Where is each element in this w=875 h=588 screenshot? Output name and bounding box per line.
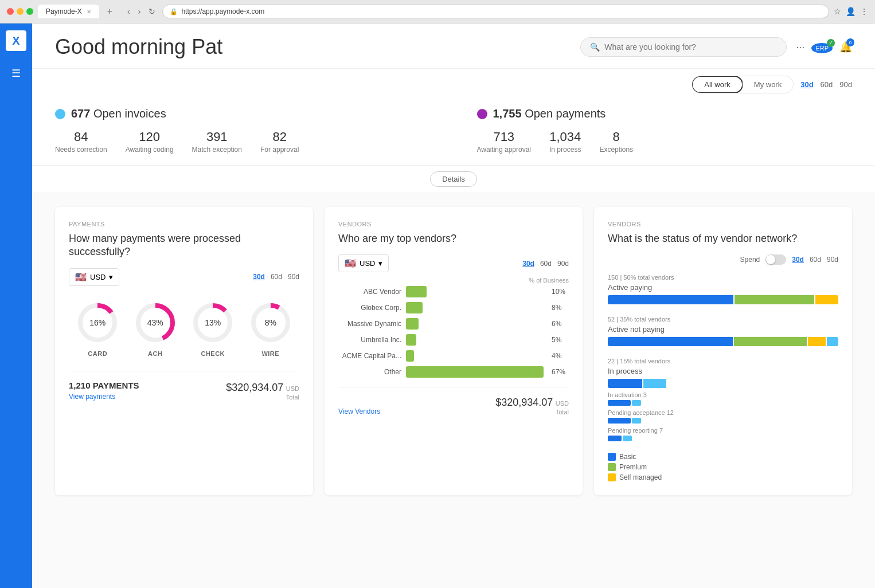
vendor-bar-acme — [406, 350, 544, 362]
time-filter-90d[interactable]: 90d — [839, 80, 852, 89]
forward-button[interactable]: › — [136, 6, 143, 17]
sidebar-logo[interactable]: X — [6, 30, 26, 51]
vendor-network-card: Vendors What is the status of my vendor … — [594, 207, 852, 495]
details-button[interactable]: Details — [430, 171, 477, 187]
in-process-bar-lightblue — [643, 379, 666, 388]
stat-awaiting-approval: 713 Awaiting approval — [477, 130, 532, 154]
payments-stats-header: 1,755 Open payments — [477, 107, 853, 120]
in-process-num: 1,034 — [549, 130, 581, 144]
sub-item-acceptance: Pending acceptance 12 — [608, 409, 838, 416]
vendor-name-massive: Massive Dynamic — [338, 320, 401, 328]
donut-wire-chart: 8% — [248, 300, 294, 346]
vendor-pct-abc: 10% — [552, 288, 569, 296]
menu-button[interactable]: ⋮ — [860, 7, 868, 16]
vendor-bars: % of Business ABC Vendor 10% Globex Corp… — [338, 277, 569, 378]
network-card-title: What is the status of my vendor network? — [608, 232, 838, 245]
more-options-button[interactable]: ··· — [796, 41, 804, 53]
currency-selector[interactable]: 🇺🇸 USD ▾ — [69, 268, 119, 286]
minimize-dot[interactable] — [17, 8, 24, 15]
stat-in-process: 1,034 In process — [549, 130, 581, 154]
close-dot[interactable] — [7, 8, 14, 15]
main-content: Good morning Pat 🔍 ··· ERP ✓ 🔔 0 — [32, 23, 875, 588]
network-filter-60d[interactable]: 60d — [810, 256, 821, 264]
reporting-bar-lblue — [623, 436, 632, 441]
payments-filter-60d[interactable]: 60d — [271, 273, 282, 281]
search-input[interactable] — [604, 42, 777, 52]
vendor-row-umbrella: Umbrella Inc. 5% — [338, 334, 569, 346]
match-exception-label: Match exception — [192, 146, 242, 154]
payments-filter-30d[interactable]: 30d — [253, 273, 265, 281]
reload-button[interactable]: ↻ — [146, 6, 158, 17]
all-work-button[interactable]: All work — [692, 76, 743, 93]
time-filter-30d[interactable]: 30d — [800, 80, 813, 89]
network-filter-30d[interactable]: 30d — [792, 256, 804, 264]
vendor-row-other: Other 67% — [338, 366, 569, 378]
legend-self-color — [608, 473, 616, 481]
tab-close-icon[interactable]: ✕ — [87, 9, 91, 15]
donut-charts: 16% CARD 43% ACH — [69, 300, 299, 357]
bar-header: % of Business — [338, 277, 569, 284]
vendors-filter-90d[interactable]: 90d — [557, 260, 569, 268]
for-approval-num: 82 — [260, 130, 299, 144]
currency-label: USD — [90, 273, 106, 281]
back-button[interactable]: ‹ — [125, 6, 132, 17]
sub-item-activation: In activation 3 — [608, 391, 838, 398]
vendor-bar-fill-umbrella — [406, 334, 416, 346]
sub-item-bar-activation — [608, 400, 838, 406]
greeting-text: Good morning Pat — [55, 35, 222, 59]
network-filter-90d[interactable]: 90d — [827, 256, 838, 264]
vendor-pct-acme: 4% — [552, 352, 569, 360]
invoices-stats-section: 677 Open invoices 84 Needs correction 12… — [55, 107, 431, 154]
maximize-dot[interactable] — [26, 8, 33, 15]
payments-total-info: 1,210 PAYMENTS View payments — [69, 381, 139, 401]
invoices-title: 677 Open invoices — [71, 107, 166, 120]
lock-icon: 🔒 — [170, 8, 178, 15]
cards-section: Payments How many payments were processe… — [32, 193, 875, 509]
exceptions-num: 8 — [599, 130, 633, 144]
vendors-filter-30d[interactable]: 30d — [522, 260, 534, 268]
browser-tab[interactable]: Paymode-X ✕ — [38, 5, 99, 18]
payments-stats-title: 1,755 Open payments — [493, 107, 606, 120]
time-filter-60d[interactable]: 60d — [821, 80, 833, 89]
invoices-label: Open invoices — [93, 107, 166, 120]
vendors-card: Vendors Who are my top vendors? 🇺🇸 USD ▾… — [325, 207, 583, 495]
vendor-bar-fill-massive — [406, 318, 419, 330]
details-btn-container: Details — [32, 165, 875, 193]
legend-basic: Basic — [608, 453, 838, 461]
payments-summary: 1,210 PAYMENTS View payments $320,934.07… — [69, 371, 299, 401]
invoices-dot — [55, 109, 65, 119]
notifications-button[interactable]: 🔔 0 — [839, 41, 852, 53]
add-tab-button[interactable]: + — [104, 5, 116, 18]
address-bar[interactable]: 🔒 https://app.paymode-x.com — [162, 5, 829, 18]
search-icon: 🔍 — [590, 42, 600, 52]
active-paying-header: 150 | 50% total vendors — [608, 274, 838, 281]
vendors-currency-selector[interactable]: 🇺🇸 USD ▾ — [338, 254, 389, 272]
vendor-pct-globex: 8% — [552, 304, 569, 312]
sub-item-bar-reporting — [608, 436, 838, 441]
view-vendors-link[interactable]: View Vendors — [338, 407, 380, 415]
active-not-paying-bar-self — [808, 337, 826, 346]
search-bar[interactable]: 🔍 — [580, 37, 787, 57]
payments-filter-90d[interactable]: 90d — [288, 273, 299, 281]
payments-label: Open payments — [525, 107, 606, 120]
stats-content: 677 Open invoices 84 Needs correction 12… — [32, 98, 875, 165]
page-header: Good morning Pat 🔍 ··· ERP ✓ 🔔 0 — [32, 23, 875, 69]
spend-toggle[interactable] — [765, 254, 786, 265]
hamburger-menu-button[interactable]: ☰ — [7, 62, 25, 84]
vendor-bar-other — [406, 366, 544, 378]
active-not-paying-label: Active not paying — [608, 325, 838, 334]
invoices-stats-numbers: 84 Needs correction 120 Awaiting coding … — [55, 130, 431, 154]
active-not-paying-bar-lightblue — [827, 337, 838, 346]
vendors-filter-60d[interactable]: 60d — [540, 260, 552, 268]
view-payments-link[interactable]: View payments — [69, 393, 139, 401]
active-paying-bars — [608, 295, 838, 304]
bookmark-button[interactable]: ☆ — [834, 7, 841, 16]
profile-button[interactable]: 👤 — [846, 7, 856, 16]
match-exception-num: 391 — [192, 130, 242, 144]
stat-exceptions: 8 Exceptions — [599, 130, 633, 154]
active-not-paying-bar-premium — [734, 337, 807, 346]
my-work-button[interactable]: My work — [743, 76, 793, 93]
donut-check-name: CHECK — [190, 350, 236, 357]
needs-correction-num: 84 — [55, 130, 107, 144]
erp-button[interactable]: ERP ✓ — [811, 41, 833, 53]
